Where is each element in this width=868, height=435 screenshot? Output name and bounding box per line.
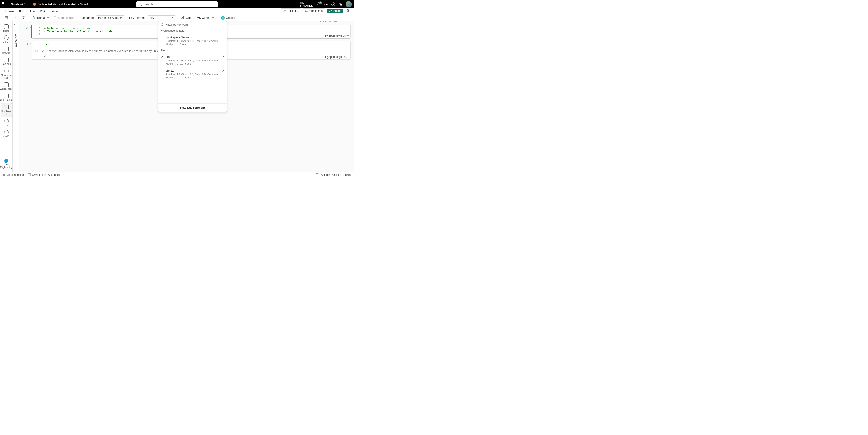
sensitivity-icon bbox=[33, 3, 36, 6]
tab-edit[interactable]: Edit bbox=[16, 10, 27, 14]
top-bar: Notebook 1 Confidential\Microsoft Extend… bbox=[0, 0, 354, 8]
output-more-icon[interactable]: ⋯ bbox=[23, 55, 24, 58]
ribbon-tabs: Home Edit Run Data View Editing ▾ Commen… bbox=[0, 8, 354, 14]
execution-count: [1] bbox=[35, 50, 40, 53]
folder-icon bbox=[4, 46, 8, 51]
svg-point-18 bbox=[161, 23, 163, 25]
environment-dropdown-popup: Filter by keyword Workspace default Work… bbox=[158, 21, 227, 112]
svg-rect-8 bbox=[305, 10, 308, 11]
notifications-icon[interactable]: 6 bbox=[317, 2, 321, 6]
freeze-icon[interactable] bbox=[329, 21, 332, 23]
rail-datahub[interactable]: Data hub bbox=[1, 56, 12, 67]
rail-workspace-item[interactable]: Shuaijun_Demo_Env bbox=[1, 92, 12, 103]
environment-icon bbox=[4, 130, 8, 134]
env-workspace-settings[interactable]: Workspace Settings Runtime: 1.2 (Spark 3… bbox=[158, 34, 227, 48]
notebook-settings-button[interactable] bbox=[20, 15, 27, 20]
save-button[interactable] bbox=[3, 15, 9, 20]
run-all-button[interactable]: Run all ▾ bbox=[31, 15, 50, 20]
tab-view[interactable]: View bbox=[49, 10, 61, 14]
run-cell-button[interactable]: ▷ bbox=[26, 26, 29, 38]
search-input[interactable]: Search bbox=[136, 1, 218, 7]
cell-toolbar: M↓ ⋯ bbox=[312, 21, 349, 23]
delete-cell-icon[interactable] bbox=[346, 21, 349, 23]
output-value: 2 bbox=[44, 55, 46, 58]
avatar[interactable] bbox=[346, 1, 352, 7]
open-external-icon[interactable] bbox=[222, 56, 224, 58]
editing-mode-button[interactable]: Editing ▾ bbox=[281, 8, 301, 13]
cell-language-selector[interactable]: PySpark (Python)▾ bbox=[325, 55, 348, 59]
rail-env11[interactable]: env11 bbox=[1, 129, 12, 139]
share-button[interactable]: Share bbox=[327, 8, 343, 13]
svg-rect-15 bbox=[318, 21, 320, 22]
svg-text:?: ? bbox=[333, 3, 334, 5]
status-dot-icon bbox=[3, 174, 5, 176]
svg-rect-10 bbox=[5, 17, 8, 19]
cell-selection-status: Selected Cell 1 of 2 cells bbox=[321, 173, 350, 177]
copilot-side-button[interactable] bbox=[345, 8, 351, 13]
chevron-down-icon: ▾ bbox=[297, 10, 298, 12]
rail-env[interactable]: env bbox=[1, 118, 12, 128]
env-filter-input[interactable]: Filter by keyword bbox=[158, 22, 227, 28]
workspace-icon bbox=[4, 94, 8, 98]
language-dropdown[interactable]: PySpark (Python) ▾ bbox=[96, 15, 124, 20]
svg-rect-11 bbox=[6, 17, 7, 18]
chevron-down-icon: ▾ bbox=[89, 3, 90, 5]
left-nav-rail: Home Create Browse Data hub Monitoring h… bbox=[0, 21, 13, 172]
more-icon[interactable]: ⋯ bbox=[339, 21, 342, 23]
environment-dropdown[interactable]: env ▾ bbox=[148, 15, 175, 20]
env-section-label: Workspace default bbox=[158, 28, 227, 34]
cell-language-selector[interactable]: PySpark (Python)▾ bbox=[325, 34, 348, 37]
save-status[interactable]: - Saved ▾ bbox=[78, 3, 90, 6]
app-launcher-icon[interactable] bbox=[2, 2, 7, 7]
open-external-icon[interactable] bbox=[222, 69, 224, 72]
svg-rect-13 bbox=[54, 17, 56, 19]
download-button[interactable] bbox=[12, 15, 18, 20]
comment-cell-icon[interactable] bbox=[334, 21, 337, 23]
svg-rect-20 bbox=[28, 174, 31, 176]
rail-notebook1[interactable]: Notebook 1 bbox=[1, 103, 12, 117]
sensitivity-label[interactable]: Confidential\Microsoft Extended bbox=[37, 3, 76, 6]
env-item-env[interactable]: ✓ env Runtime: 1.2 (Spark 3.4, Delta 2.4… bbox=[158, 53, 227, 67]
rail-monitoring[interactable]: Monitoring hub bbox=[1, 67, 12, 81]
plus-icon bbox=[4, 35, 8, 40]
open-in-vscode-button[interactable]: Open in VS Code ▾ bbox=[180, 15, 215, 20]
rail-create[interactable]: Create bbox=[1, 34, 12, 45]
status-bar: Not connected Save option: Automatic Sel… bbox=[0, 172, 354, 177]
rail-browse[interactable]: Browse bbox=[1, 45, 12, 56]
rail-workspaces[interactable]: Workspaces bbox=[1, 81, 12, 92]
connection-status[interactable]: Not connected bbox=[3, 173, 24, 177]
env-section-label: Items bbox=[158, 48, 227, 53]
person-icon bbox=[346, 9, 350, 13]
rail-persona[interactable]: Data Engineering bbox=[1, 157, 12, 170]
copilot-icon bbox=[221, 16, 225, 20]
run-cell-button[interactable]: ▷ bbox=[26, 42, 29, 60]
markdown-toggle-button[interactable]: M↓ bbox=[312, 21, 315, 23]
notebook-name[interactable]: Notebook 1 bbox=[11, 2, 26, 6]
settings-icon[interactable] bbox=[324, 2, 328, 6]
notebook-canvas: ▷ ⌄ M↓ ⋯ 1# Welcome to your bbox=[20, 21, 354, 172]
check-icon: ✓ bbox=[161, 56, 163, 59]
stop-session-button[interactable]: Stop session bbox=[52, 15, 76, 20]
tab-data[interactable]: Data bbox=[37, 10, 49, 14]
env-item-env11[interactable]: env11 Runtime: 1.2 (Spark 3.4, Delta 2.4… bbox=[158, 67, 227, 81]
feedback-icon[interactable] bbox=[338, 2, 342, 6]
stop-icon bbox=[54, 17, 56, 19]
help-icon[interactable]: ? bbox=[331, 2, 335, 6]
save-option-status[interactable]: Save option: Automatic bbox=[28, 173, 60, 177]
copilot-button[interactable]: Copilot bbox=[220, 15, 237, 20]
expand-panel-button[interactable]: » bbox=[14, 23, 16, 26]
tab-home[interactable]: Home bbox=[3, 9, 16, 14]
chevron-down-icon[interactable]: ⌄ bbox=[30, 42, 32, 60]
convert-cell-icon[interactable] bbox=[318, 21, 321, 23]
trial-status[interactable]: Trial: 57 days left bbox=[300, 1, 313, 7]
lock-icon[interactable] bbox=[323, 21, 326, 23]
rail-home[interactable]: Home bbox=[1, 23, 12, 34]
new-environment-button[interactable]: New Environment bbox=[158, 103, 227, 112]
comments-button[interactable]: Comments bbox=[303, 8, 325, 13]
svg-rect-21 bbox=[316, 174, 319, 176]
svg-point-2 bbox=[325, 4, 327, 5]
play-icon bbox=[33, 16, 36, 19]
tab-run[interactable]: Run bbox=[27, 10, 38, 14]
download-icon bbox=[13, 16, 17, 20]
pencil-icon bbox=[283, 9, 286, 12]
